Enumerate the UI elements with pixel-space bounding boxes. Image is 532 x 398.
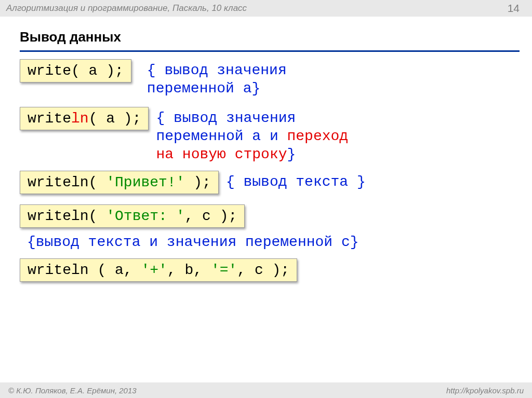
code-string: '+' [141,262,167,278]
comment-full: {вывод текста и значения переменной c} [27,234,516,250]
code-box: write( a ); [20,59,131,83]
brace-close: } [287,146,296,162]
comment-text: вывод значения [174,110,296,126]
comment-highlight: на новую строку [156,146,287,162]
code-string: 'Ответ: ' [106,208,184,224]
header-title: Алгоритмизация и программирование, Паска… [6,3,247,13]
slide-header: Алгоритмизация и программирование, Паска… [0,0,532,17]
slide-footer: © К.Ю. Поляков, Е.А. Ерёмин, 2013 http:/… [0,382,532,398]
code-box: writeln( 'Привет!' ); [20,171,219,194]
example-row: writeln( a ); { вывод значения переменно… [20,107,516,163]
brace-close: } [251,80,260,97]
comment-block: { вывод значения переменной a и переход … [156,107,348,163]
code-string: 'Привет!' [106,174,184,190]
code-text: ); [184,174,210,190]
example-row: writeln ( a, '+', b, '=', c ); [20,258,516,282]
section-title: Вывод данных [20,29,532,45]
code-text: writeln( [28,208,106,224]
code-string: '=' [211,262,237,278]
comment-block: { вывод значения переменной a} [147,59,287,98]
footer-copyright: © К.Ю. Поляков, Е.А. Ерёмин, 2013 [8,386,137,395]
code-box: writeln ( a, '+', b, '=', c ); [20,258,297,282]
code-text: , c ); [184,208,237,224]
comment-text: переменной a [147,80,252,97]
example-row: writeln( 'Привет!' ); { вывод текста } [20,171,516,194]
code-box: writeln( a ); [20,107,149,130]
code-text: writeln ( a, [28,262,141,278]
comment-highlight: переход [287,128,349,144]
code-highlight: ln [71,111,89,127]
code-text: , c ); [237,262,289,278]
brace-open: { [156,110,174,126]
code-text: writeln( [28,174,106,190]
code-text: ( a ); [89,111,141,127]
code-text: write [28,111,71,127]
comment-text: вывод значения [164,62,286,78]
code-text: ( a ); [71,63,124,79]
page-number: 14 [508,2,524,15]
code-text: , b, [167,262,211,278]
brace-open: { [147,62,165,78]
comment-text: переменной a и [156,128,287,144]
code-text: write [28,63,71,79]
example-row: write( a ); { вывод значения переменной … [20,59,516,98]
slide-content: write( a ); { вывод значения переменной … [0,52,532,282]
example-row: writeln( 'Ответ: ', c ); [20,204,516,228]
comment-inline: { вывод текста } [226,171,366,190]
code-box: writeln( 'Ответ: ', c ); [20,204,245,228]
footer-url: http://kpolyakov.spb.ru [446,386,524,395]
